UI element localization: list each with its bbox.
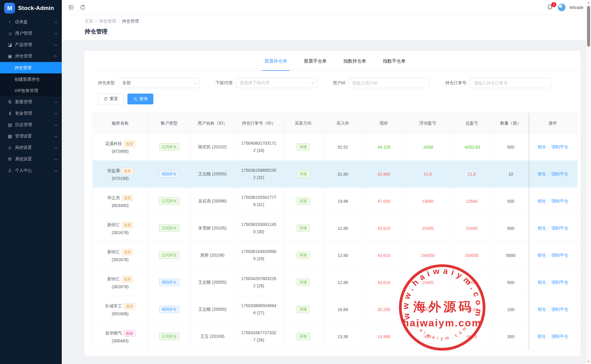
lock-position-link[interactable]: 锁仓 bbox=[538, 307, 546, 312]
cell-user: 王志顺 (20055) bbox=[191, 161, 234, 188]
reset-icon bbox=[104, 97, 108, 101]
filter-select[interactable]: 请选择下级代理 bbox=[236, 78, 317, 88]
risk-settings-icon: ⚠ bbox=[8, 145, 14, 150]
admin-settings-icon: ▦ bbox=[8, 134, 14, 139]
user-name[interactable]: Mitrade bbox=[569, 5, 583, 10]
lock-position-link[interactable]: 锁仓 bbox=[538, 280, 546, 285]
lock-position-link[interactable]: 锁仓 bbox=[538, 334, 546, 339]
cell-order-id: 1750381588952352 (32) bbox=[234, 161, 283, 188]
lock-position-link[interactable]: 锁仓 bbox=[538, 199, 546, 203]
sidebar-item[interactable]: ☺用户管理 bbox=[0, 28, 62, 39]
sidebar-item-label: 日志管理 bbox=[15, 122, 55, 128]
stock-board-tag: 股票 bbox=[124, 303, 135, 310]
cell-account-type: 模拟持仓 bbox=[148, 296, 191, 323]
lock-position-link[interactable]: 锁仓 bbox=[538, 226, 546, 230]
force-close-link[interactable]: 强制平仓 bbox=[551, 253, 568, 258]
action-divider: | bbox=[548, 334, 549, 339]
tab-3[interactable]: 指数持仓单 bbox=[341, 58, 368, 71]
force-close-link[interactable]: 强制平仓 bbox=[551, 334, 568, 339]
float-pl-value: 351 bbox=[424, 307, 431, 312]
sidebar-item[interactable]: ⚙系统设置 bbox=[0, 153, 62, 165]
cell-buy-price: 16.69 bbox=[323, 296, 363, 323]
force-close-link[interactable]: 强制平仓 bbox=[551, 144, 568, 149]
cell-direction: 买涨 bbox=[283, 242, 323, 269]
direction-badge: 买涨 bbox=[297, 306, 310, 313]
tab-2[interactable]: 股票平仓单 bbox=[302, 58, 329, 71]
table-row: 新恒汇股票(301678)正式持仓厨师 (20108)1750381549209… bbox=[93, 242, 578, 269]
tab-1[interactable]: 股票持仓单 bbox=[262, 58, 289, 71]
cell-actions: 锁仓|强制平仓 bbox=[528, 242, 578, 269]
refresh-icon[interactable] bbox=[79, 4, 86, 11]
cell-user: 吴征燕 (20096) bbox=[191, 188, 234, 215]
account-type-badge: 正式持仓 bbox=[159, 333, 180, 340]
force-close-link[interactable]: 强制平仓 bbox=[551, 307, 568, 312]
stock-name-line: 首华燃气创业 bbox=[96, 330, 144, 337]
user-avatar[interactable] bbox=[558, 3, 566, 11]
lock-position-link[interactable]: 锁仓 bbox=[538, 144, 546, 149]
action-divider: | bbox=[548, 144, 549, 149]
stock-name: 倍益康 bbox=[107, 168, 120, 174]
sidebar-item[interactable]: ♙个人中心 bbox=[0, 165, 62, 176]
cell-user: 王五 (20109) bbox=[191, 323, 234, 350]
filter-select[interactable]: 全部 bbox=[118, 78, 200, 88]
cell-quantity: 500 bbox=[493, 269, 528, 296]
cell-order-id: 1750381555617778 (31) bbox=[234, 188, 283, 215]
cell-quantity: 500 bbox=[493, 188, 528, 215]
stock-name: 华之杰 bbox=[107, 195, 120, 201]
select-value: 全部 bbox=[122, 80, 131, 86]
sidebar-item[interactable]: ▣持仓管理 bbox=[0, 51, 62, 62]
vertical-scrollbar[interactable]: ▲ ▼ bbox=[586, 0, 591, 364]
cell-quantity: 300 bbox=[493, 323, 528, 350]
force-close-link[interactable]: 强制平仓 bbox=[551, 199, 568, 203]
table-row: 长城军工股票(601606)模拟持仓王志顺 (20055)17503388650… bbox=[93, 296, 578, 323]
stock-name: 新恒汇 bbox=[107, 276, 120, 282]
scrollbar-up-icon[interactable]: ▲ bbox=[586, 1, 591, 4]
column-header: 融资名称 bbox=[93, 113, 148, 134]
action-divider: | bbox=[548, 253, 549, 258]
search-button-label: 查询 bbox=[139, 96, 148, 102]
sidebar-item[interactable]: ▤日志管理 bbox=[0, 119, 62, 131]
reset-button[interactable]: 重置 bbox=[98, 94, 124, 104]
total-pl-value: -4202.63 bbox=[463, 145, 480, 150]
lock-position-link[interactable]: 锁仓 bbox=[538, 253, 546, 258]
positions-card: 股票持仓单股票平仓单指数持仓单指数平仓单 持仓类型:全部下级代理:请选择下级代理… bbox=[85, 51, 580, 356]
column-header: 数量（股） bbox=[493, 113, 528, 134]
notification-badge: 1 bbox=[551, 2, 556, 7]
sidebar-item[interactable]: ＄资金管理 bbox=[0, 108, 62, 119]
sidebar-collapse-icon[interactable] bbox=[68, 4, 74, 11]
sidebar-item[interactable]: ◔仪表盘 bbox=[0, 16, 62, 28]
notification-bell-icon[interactable]: 1 bbox=[547, 4, 554, 11]
sidebar-item[interactable]: ⇅新股管理 bbox=[0, 96, 62, 108]
table-row: 华之杰股票(603400)正式持仓吴征燕 (20096)175038155561… bbox=[93, 188, 578, 215]
force-close-link[interactable]: 强制平仓 bbox=[551, 280, 568, 285]
positions-table: 融资名称账户类型用户名称（ID）持仓订单号（ID）买卖方向买入价现价浮动盈亏总盈… bbox=[92, 113, 578, 350]
reset-button-label: 重置 bbox=[110, 96, 118, 102]
sidebar-subitem[interactable]: 创建股票持仓 bbox=[0, 73, 62, 85]
sidebar-item-label: 持仓管理 bbox=[15, 54, 55, 59]
tab-4[interactable]: 指数平仓单 bbox=[380, 58, 408, 71]
lock-position-link[interactable]: 锁仓 bbox=[538, 171, 546, 176]
column-header: 用户名称（ID） bbox=[191, 113, 234, 134]
sidebar-item-label: 仪表盘 bbox=[15, 19, 55, 25]
stock-code: (870199) bbox=[96, 176, 144, 181]
cell-order-id: 1750408017031712 (33) bbox=[234, 134, 283, 161]
cell-buy-price: 12.80 bbox=[323, 242, 363, 269]
sidebar-subitem-label: 持仓管理 bbox=[14, 65, 31, 70]
search-button[interactable]: 查询 bbox=[127, 94, 153, 104]
cell-float-pl: 351 bbox=[405, 296, 450, 323]
sidebar-item-label: 管理设置 bbox=[15, 134, 55, 139]
breadcrumb-item[interactable]: 主页 bbox=[85, 19, 93, 24]
scrollbar-down-icon[interactable]: ▼ bbox=[586, 360, 591, 363]
force-close-link[interactable]: 强制平仓 bbox=[551, 171, 568, 176]
filter-input[interactable] bbox=[348, 78, 430, 88]
sidebar-subitem[interactable]: 持仓管理 bbox=[0, 62, 62, 73]
sidebar-subitem[interactable]: VIP抢筹管理 bbox=[0, 85, 62, 96]
cell-order-id: 1750333877273327 (26) bbox=[234, 323, 283, 350]
scrollbar-thumb[interactable] bbox=[587, 6, 590, 47]
sidebar-item[interactable]: ◪产品管理 bbox=[0, 39, 62, 51]
sidebar-item[interactable]: ⚠风控设置 bbox=[0, 142, 62, 153]
sidebar-item[interactable]: ▦管理设置 bbox=[0, 131, 62, 142]
cell-order-id: 1750381549209905 (29) bbox=[234, 242, 283, 269]
filter-input[interactable] bbox=[470, 78, 551, 88]
force-close-link[interactable]: 强制平仓 bbox=[551, 226, 568, 230]
